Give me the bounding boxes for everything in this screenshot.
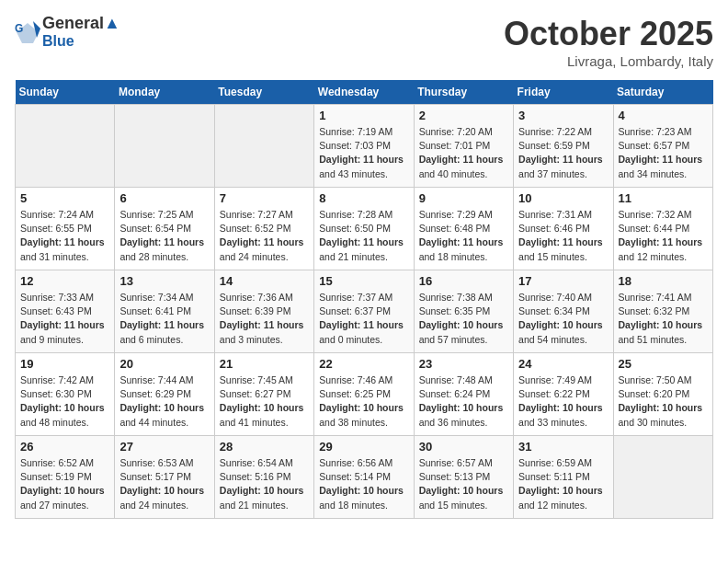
week-row-3: 12Sunrise: 7:33 AMSunset: 6:43 PMDayligh… (16, 270, 713, 353)
calendar-cell: 9Sunrise: 7:29 AMSunset: 6:48 PMDaylight… (414, 188, 513, 270)
daylight-hours: Daylight: 10 hours (518, 485, 603, 496)
day-info: Sunrise: 7:27 AMSunset: 6:52 PMDaylight:… (220, 208, 309, 264)
day-number: 21 (220, 357, 309, 371)
sunrise-info: Sunrise: 7:27 AM (220, 209, 293, 220)
calendar-cell: 11Sunrise: 7:32 AMSunset: 6:44 PMDayligh… (613, 188, 712, 270)
sunset-info: Sunset: 6:32 PM (619, 305, 690, 316)
sunrise-info: Sunrise: 7:32 AM (619, 209, 692, 220)
day-number: 3 (518, 109, 608, 122)
col-saturday: Saturday (613, 80, 712, 105)
day-number: 31 (518, 440, 608, 454)
sunrise-info: Sunrise: 7:22 AM (518, 126, 592, 137)
daylight-hours: Daylight: 10 hours (619, 402, 703, 413)
col-friday: Friday (514, 80, 613, 105)
daylight-minutes: and 37 minutes. (518, 168, 587, 179)
calendar-header: Sunday Monday Tuesday Wednesday Thursday… (16, 80, 713, 105)
sunrise-info: Sunrise: 6:57 AM (419, 457, 493, 468)
daylight-minutes: and 9 minutes. (20, 334, 84, 345)
calendar-cell: 12Sunrise: 7:33 AMSunset: 6:43 PMDayligh… (16, 270, 115, 353)
sunrise-info: Sunrise: 6:53 AM (119, 457, 193, 468)
page-header: G General▲ Blue October 2025 Livraga, Lo… (15, 15, 713, 69)
day-number: 4 (619, 109, 708, 122)
daylight-hours: Daylight: 11 hours (619, 154, 703, 165)
calendar-cell: 24Sunrise: 7:49 AMSunset: 6:22 PMDayligh… (514, 353, 613, 436)
day-number: 17 (518, 274, 608, 288)
week-row-1: 1Sunrise: 7:19 AMSunset: 7:03 PMDaylight… (16, 105, 713, 188)
day-info: Sunrise: 6:52 AMSunset: 5:19 PMDaylight:… (20, 456, 109, 512)
sunset-info: Sunset: 6:59 PM (518, 140, 590, 151)
daylight-hours: Daylight: 10 hours (20, 402, 105, 413)
calendar-cell: 13Sunrise: 7:34 AMSunset: 6:41 PMDayligh… (115, 270, 214, 353)
sunset-info: Sunset: 6:37 PM (319, 305, 391, 316)
day-info: Sunrise: 7:22 AMSunset: 6:59 PMDaylight:… (518, 125, 608, 181)
daylight-minutes: and 31 minutes. (20, 251, 89, 262)
day-number: 22 (319, 357, 408, 371)
week-row-4: 19Sunrise: 7:42 AMSunset: 6:30 PMDayligh… (16, 353, 713, 436)
day-number: 6 (119, 191, 209, 205)
day-info: Sunrise: 6:56 AMSunset: 5:14 PMDaylight:… (319, 456, 408, 512)
daylight-hours: Daylight: 10 hours (20, 485, 105, 496)
daylight-minutes: and 27 minutes. (20, 500, 89, 511)
logo-text: General▲ Blue (42, 15, 120, 49)
logo: G General▲ Blue (15, 15, 120, 49)
daylight-hours: Daylight: 11 hours (20, 236, 105, 247)
daylight-minutes: and 21 minutes. (319, 251, 388, 262)
calendar-cell (613, 436, 712, 519)
daylight-hours: Daylight: 10 hours (119, 485, 204, 496)
day-info: Sunrise: 7:34 AMSunset: 6:41 PMDaylight:… (119, 291, 209, 347)
daylight-minutes: and 12 minutes. (619, 251, 688, 262)
day-number: 9 (419, 191, 508, 205)
day-number: 14 (220, 274, 309, 288)
daylight-hours: Daylight: 11 hours (419, 154, 504, 165)
sunrise-info: Sunrise: 7:19 AM (319, 126, 392, 137)
day-info: Sunrise: 6:54 AMSunset: 5:16 PMDaylight:… (220, 456, 309, 512)
daylight-minutes: and 15 minutes. (419, 500, 488, 511)
day-info: Sunrise: 7:41 AMSunset: 6:32 PMDaylight:… (619, 291, 708, 347)
sunset-info: Sunset: 5:14 PM (319, 471, 391, 482)
calendar-cell: 6Sunrise: 7:25 AMSunset: 6:54 PMDaylight… (115, 188, 214, 270)
sunset-info: Sunset: 5:17 PM (119, 471, 191, 482)
daylight-minutes: and 41 minutes. (220, 417, 289, 428)
daylight-hours: Daylight: 10 hours (319, 485, 404, 496)
day-info: Sunrise: 7:45 AMSunset: 6:27 PMDaylight:… (220, 373, 309, 430)
daylight-minutes: and 33 minutes. (518, 417, 587, 428)
sunset-info: Sunset: 5:11 PM (518, 471, 590, 482)
sunrise-info: Sunrise: 7:46 AM (319, 374, 392, 385)
daylight-hours: Daylight: 11 hours (20, 319, 105, 330)
day-number: 5 (20, 191, 109, 205)
daylight-hours: Daylight: 11 hours (619, 236, 703, 247)
calendar-cell: 28Sunrise: 6:54 AMSunset: 5:16 PMDayligh… (214, 436, 313, 519)
day-number: 24 (518, 357, 608, 371)
day-info: Sunrise: 7:25 AMSunset: 6:54 PMDaylight:… (119, 208, 209, 264)
day-number: 27 (119, 440, 209, 454)
calendar-cell (115, 105, 214, 188)
day-number: 30 (419, 440, 508, 454)
sunset-info: Sunset: 6:34 PM (518, 305, 590, 316)
calendar-cell: 3Sunrise: 7:22 AMSunset: 6:59 PMDaylight… (514, 105, 613, 188)
daylight-minutes: and 38 minutes. (319, 417, 388, 428)
day-number: 29 (319, 440, 408, 454)
calendar-cell: 22Sunrise: 7:46 AMSunset: 6:25 PMDayligh… (314, 353, 414, 436)
day-info: Sunrise: 6:57 AMSunset: 5:13 PMDaylight:… (419, 456, 508, 512)
calendar-cell: 23Sunrise: 7:48 AMSunset: 6:24 PMDayligh… (414, 353, 513, 436)
sunset-info: Sunset: 6:50 PM (319, 223, 391, 234)
sunrise-info: Sunrise: 7:29 AM (419, 209, 493, 220)
sunrise-info: Sunrise: 7:25 AM (119, 209, 193, 220)
day-info: Sunrise: 6:59 AMSunset: 5:11 PMDaylight:… (518, 456, 608, 512)
day-number: 12 (20, 274, 109, 288)
sunrise-info: Sunrise: 7:37 AM (319, 292, 392, 303)
day-info: Sunrise: 7:40 AMSunset: 6:34 PMDaylight:… (518, 291, 608, 347)
daylight-hours: Daylight: 11 hours (119, 319, 204, 330)
week-row-2: 5Sunrise: 7:24 AMSunset: 6:55 PMDaylight… (16, 188, 713, 270)
daylight-minutes: and 54 minutes. (518, 334, 587, 345)
daylight-minutes: and 6 minutes. (119, 334, 183, 345)
daylight-hours: Daylight: 11 hours (220, 319, 304, 330)
sunrise-info: Sunrise: 7:33 AM (20, 292, 94, 303)
calendar-cell (214, 105, 313, 188)
col-thursday: Thursday (414, 80, 513, 105)
daylight-hours: Daylight: 11 hours (319, 319, 404, 330)
calendar-cell: 29Sunrise: 6:56 AMSunset: 5:14 PMDayligh… (314, 436, 414, 519)
sunset-info: Sunset: 6:54 PM (119, 223, 191, 234)
sunrise-info: Sunrise: 7:42 AM (20, 374, 94, 385)
sunset-info: Sunset: 7:01 PM (419, 140, 491, 151)
